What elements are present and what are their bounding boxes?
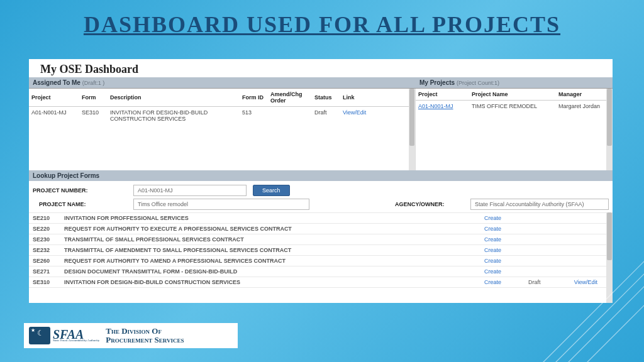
col-description: Description [108,89,240,107]
label-project-number: PROJECT NUMBER: [33,187,127,194]
dashboard-panel: My OSE Dashboard Assigned To Me (Draft:1… [29,59,613,303]
assigned-table: Project Form Description Form ID Amend/C… [29,89,415,124]
cell-form: SE310 [79,107,108,125]
table-row: SE232TRANSMITTAL OF AMENDMENT TO SMALL P… [29,245,613,256]
label-agency-owner: AGENCY/OWNER: [395,201,464,207]
forms-table: SE210INVITATION FOR PROFFESSIONAL SERVIC… [29,212,613,292]
form-desc: TRANSMITTAL OF AMENDMENT TO SMALL PROFES… [60,245,480,256]
myprojects-header-count: (Project Count:1) [457,80,499,86]
form-code: SE260 [29,256,60,266]
sfaa-logo-icon [29,327,50,344]
create-link[interactable]: Create [484,215,501,221]
project-name-input[interactable] [133,199,309,210]
view-edit-link[interactable]: View/Edit [574,279,597,285]
create-link[interactable]: Create [484,226,501,232]
lookup-form: PROJECT NUMBER: Search PROJECT NAME: AGE… [29,181,613,212]
table-row [29,288,613,292]
label-project-name: PROJECT NAME: [33,201,127,207]
footer-badge: SFAA State Fiscal Accountability Authori… [24,323,238,348]
scrollbar[interactable] [606,89,613,170]
col-formid: Form ID [240,89,268,107]
form-desc: DESIGN DOCUMENT TRANSMITTAL FORM - DESIG… [60,266,480,277]
forms-list-container: SE210INVITATION FOR PROFFESSIONAL SERVIC… [29,212,613,303]
create-link[interactable]: Create [484,268,501,275]
form-code: SE210 [29,213,60,224]
project-link[interactable]: A01-N001-MJ [418,103,453,109]
form-status [525,266,569,277]
col-project2: Project [416,89,469,101]
division-text: The Division Of Procurement Services [106,327,184,344]
form-status [525,213,569,224]
table-row: SE210INVITATION FOR PROFFESSIONAL SERVIC… [29,213,613,224]
scrollbar[interactable] [606,212,613,303]
form-desc: INVITATION FOR PROFFESSIONAL SERVICES [60,213,480,224]
section-assigned-header: Assigned To Me (Draft:1 ) [29,77,416,89]
form-status [525,256,569,266]
division-line1: The Division Of [106,327,184,336]
col-amend: Amend/Chg Order [268,89,312,107]
form-status [525,245,569,256]
cell-formid: 513 [240,107,268,125]
search-button[interactable]: Search [253,185,290,196]
form-status: Draft [525,277,569,288]
form-code: SE220 [29,224,60,234]
sfaa-logo: SFAA State Fiscal Accountability Authori… [29,327,99,344]
agency-owner-input[interactable] [470,199,609,210]
col-status: Status [312,89,340,107]
create-link[interactable]: Create [484,247,501,253]
form-desc: TRANSMITTAL OF SMALL PROFESSIONAL SERVIC… [60,234,480,245]
assigned-header-text: Assigned To Me [33,79,80,86]
assigned-table-container: Project Form Description Form ID Amend/C… [29,89,416,170]
cell-amend [268,107,312,125]
table-row: A01-N001-MJ SE310 INVITATION FOR DESIGN-… [29,107,415,125]
myprojects-header-text: My Projects [419,79,455,86]
col-projectname: Project Name [469,89,556,101]
form-desc: REQUEST FOR AUTHORITY TO EXECUTE A PROFE… [60,224,480,234]
table-row: SE260REQUEST FOR AUTHORITY TO AMEND A PR… [29,256,613,266]
col-manager: Manager [556,89,613,101]
cell-project: A01-N001-MJ [29,107,79,125]
scrollbar[interactable] [409,89,415,170]
slide-title: DASHBOARD USED FOR ALL PROJECTS [0,0,644,38]
form-code: SE271 [29,266,60,277]
cell-description: INVITATION FOR DESIGN-BID-BUILD CONSTRUC… [108,107,240,125]
section-myprojects-header: My Projects (Project Count:1) [416,77,613,89]
cell-status: Draft [312,107,340,125]
form-status [525,288,569,292]
form-desc: INVITATION FOR DESIGN-BID-BUILD CONSTRUC… [60,277,480,288]
assigned-header-count: (Draft:1 ) [82,80,105,86]
col-link: Link [340,89,415,107]
create-link[interactable]: Create [484,236,501,243]
dashboard-heading: My OSE Dashboard [29,59,613,77]
cell-projectname: TIMS OFFICE REMODEL [469,101,556,112]
form-code [29,288,60,292]
col-project: Project [29,89,79,107]
table-row: SE310INVITATION FOR DESIGN-BID-BUILD CON… [29,277,613,288]
lookup-header: Lookup Project Forms [29,170,613,181]
create-link[interactable]: Create [484,279,501,285]
cell-manager: Margaret Jordan [556,101,613,112]
project-number-input[interactable] [133,185,247,196]
form-code: SE232 [29,245,60,256]
table-row: SE230TRANSMITTAL OF SMALL PROFESSIONAL S… [29,234,613,245]
form-code: SE230 [29,234,60,245]
col-form: Form [79,89,108,107]
table-row: SE220REQUEST FOR AUTHORITY TO EXECUTE A … [29,224,613,234]
table-row: SE271DESIGN DOCUMENT TRANSMITTAL FORM - … [29,266,613,277]
myprojects-table: Project Project Name Manager A01-N001-MJ… [416,89,613,112]
form-status [525,234,569,245]
view-edit-link[interactable]: View/Edit [343,109,366,116]
sfaa-brand-sub: State Fiscal Accountability Authority [53,339,99,342]
myprojects-table-container: Project Project Name Manager A01-N001-MJ… [416,89,613,170]
create-link[interactable]: Create [484,258,501,264]
form-status [525,224,569,234]
division-line2: Procurement Services [106,336,184,344]
form-code: SE310 [29,277,60,288]
form-desc [60,288,480,292]
form-desc: REQUEST FOR AUTHORITY TO AMEND A PROFESS… [60,256,480,266]
table-row: A01-N001-MJ TIMS OFFICE REMODEL Margaret… [416,101,613,112]
